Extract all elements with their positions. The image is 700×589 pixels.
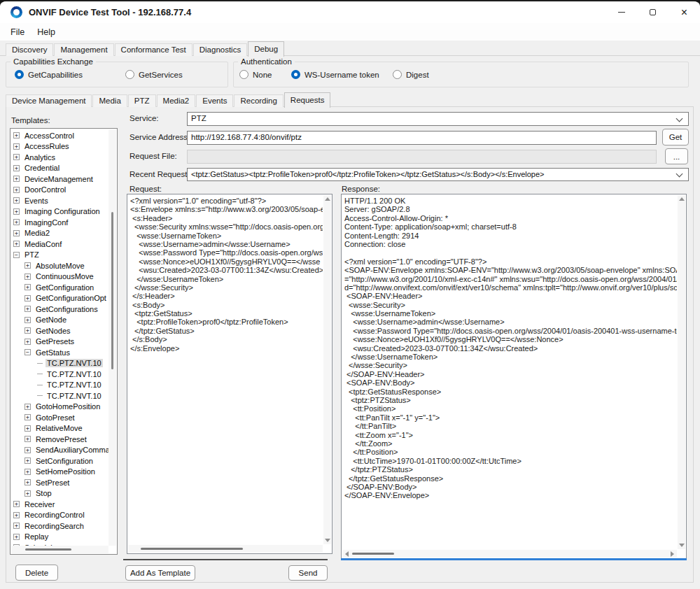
get-button[interactable]: Get <box>662 129 689 146</box>
expand-icon[interactable]: + <box>24 306 31 312</box>
collapse-icon[interactable]: − <box>13 252 20 258</box>
scroll-right-icon[interactable] <box>671 551 674 557</box>
expand-icon[interactable]: + <box>24 274 31 280</box>
response-horizontal-scrollbar[interactable] <box>342 550 677 558</box>
tree-item-getconfigurationopt[interactable]: +GetConfigurationOpt <box>10 293 108 304</box>
add-as-template-button[interactable]: Add As Template <box>125 565 195 581</box>
radio-getservices[interactable]: GetServices <box>125 70 183 79</box>
expand-icon[interactable]: + <box>13 154 20 160</box>
response-vertical-scrollbar[interactable] <box>678 195 685 549</box>
tree-horizontal-scrollbar[interactable] <box>11 546 108 553</box>
scroll-left-icon[interactable] <box>345 551 349 557</box>
tree-item-accesscontrol[interactable]: +AccessControl <box>10 130 108 141</box>
expand-icon[interactable]: + <box>13 143 20 150</box>
expand-icon[interactable]: + <box>13 230 20 236</box>
tree-item-ptz[interactable]: −PTZ <box>10 250 108 261</box>
service-address-input[interactable]: http://192.168.77.4:80/onvif/ptz <box>187 131 657 145</box>
tab-device-management[interactable]: Device Management <box>6 94 92 107</box>
radio-getcapabilities[interactable]: GetCapabilities <box>15 70 83 79</box>
tree-item-events[interactable]: +Events <box>10 195 108 206</box>
tab-conformance-test[interactable]: Conformance Test <box>115 43 192 56</box>
expand-icon[interactable]: + <box>13 219 20 225</box>
tree-item-analytics[interactable]: +Analytics <box>10 152 108 163</box>
expand-icon[interactable]: + <box>13 197 20 204</box>
tree-item-tc-ptz-nvt-10[interactable]: TC.PTZ.NVT.10 <box>10 358 108 369</box>
radio-icon[interactable] <box>291 70 300 79</box>
expand-icon[interactable]: + <box>24 262 31 269</box>
request-hscroll-thumb[interactable] <box>141 548 243 550</box>
tree-item-stop[interactable]: +Stop <box>10 488 108 499</box>
scroll-up-icon[interactable] <box>679 197 685 201</box>
tree-item-doorcontrol[interactable]: +DoorControl <box>10 185 108 196</box>
expand-icon[interactable]: + <box>24 425 31 432</box>
tab-media2[interactable]: Media2 <box>157 94 196 107</box>
tab-requests[interactable]: Requests <box>284 92 331 108</box>
tab-events[interactable]: Events <box>196 94 233 107</box>
recent-requests-select[interactable]: <tptz:GetStatus><tptz:ProfileToken>prof0… <box>187 168 689 181</box>
expand-icon[interactable]: + <box>24 295 31 301</box>
tree-item-devicemanagement[interactable]: +DeviceManagement <box>10 173 108 185</box>
expand-icon[interactable]: + <box>13 523 20 529</box>
browse-button[interactable]: ... <box>665 148 688 164</box>
expand-icon[interactable]: + <box>24 490 31 497</box>
tree-item-gotopreset[interactable]: +GotoPreset <box>10 412 108 423</box>
expand-icon[interactable]: + <box>13 132 20 139</box>
expand-icon[interactable]: + <box>24 327 31 334</box>
tree-item-mediaconf[interactable]: +MediaConf <box>10 239 108 250</box>
tree-item-recordingcontrol[interactable]: +RecordingControl <box>10 510 108 521</box>
tree-item-getconfigurations[interactable]: +GetConfigurations <box>10 304 108 315</box>
tree-item-getpresets[interactable]: +GetPresets <box>10 336 108 348</box>
expand-icon[interactable]: + <box>13 241 20 247</box>
expand-icon[interactable]: + <box>24 479 31 485</box>
tab-recording[interactable]: Recording <box>234 94 283 107</box>
tree-item-tc-ptz-nvt-10[interactable]: TC.PTZ.NVT.10 <box>10 369 108 380</box>
request-textarea[interactable]: <?xml version="1.0" encoding="utf-8"?><s… <box>127 194 332 554</box>
expand-icon[interactable]: + <box>13 512 20 518</box>
tree-item-sethomeposition[interactable]: +SetHomePosition <box>10 467 108 478</box>
tree-item-imaging-configuration[interactable]: +Imaging Configuration <box>10 206 108 218</box>
menu-help[interactable]: Help <box>31 25 62 39</box>
request-vertical-scrollbar[interactable] <box>323 195 331 544</box>
tree-item-imagingconf[interactable]: +ImagingConf <box>10 217 108 228</box>
tab-media[interactable]: Media <box>92 94 127 107</box>
tree-vscroll-thumb[interactable] <box>111 212 113 369</box>
tab-debug[interactable]: Debug <box>248 41 284 57</box>
expand-icon[interactable]: + <box>13 501 20 507</box>
tab-discovery[interactable]: Discovery <box>6 43 53 56</box>
tree-item-tc-ptz-nvt-10[interactable]: TC.PTZ.NVT.10 <box>10 380 108 391</box>
response-hscroll-thumb[interactable] <box>352 553 394 555</box>
tree-item-recordingsearch[interactable]: +RecordingSearch <box>10 520 108 532</box>
expand-icon[interactable]: + <box>13 165 20 171</box>
tree-vertical-scrollbar[interactable] <box>108 129 116 546</box>
tree-item-absolutemove[interactable]: +AbsoluteMove <box>10 260 108 271</box>
radio-none[interactable]: None <box>239 70 272 79</box>
close-button[interactable]: × <box>668 1 700 23</box>
expand-icon[interactable]: + <box>24 317 31 323</box>
tab-management[interactable]: Management <box>54 43 113 56</box>
expand-icon[interactable]: + <box>13 187 20 193</box>
tree-item-gotohomeposition[interactable]: +GotoHomePosition <box>10 402 108 413</box>
menu-file[interactable]: File <box>4 25 31 39</box>
tree-item-continuousmove[interactable]: +ContinuousMove <box>10 271 108 283</box>
send-button[interactable]: Send <box>288 565 328 581</box>
tree-item-getstatus[interactable]: −GetStatus <box>10 347 108 358</box>
tree-item-removepreset[interactable]: +RemovePreset <box>10 434 108 445</box>
tab-ptz[interactable]: PTZ <box>128 94 156 107</box>
tree-item-sendauxiliarycomma[interactable]: +SendAuxiliaryComma <box>10 445 108 456</box>
expand-icon[interactable]: + <box>13 176 20 182</box>
radio-icon[interactable] <box>15 70 24 79</box>
tree-item-replay[interactable]: +Replay <box>10 532 108 543</box>
scroll-down-icon[interactable] <box>325 539 330 542</box>
expand-icon[interactable]: + <box>13 208 20 215</box>
tree-item-credential[interactable]: +Credential <box>10 163 108 174</box>
expand-icon[interactable]: + <box>24 469 31 475</box>
request-file-input[interactable] <box>187 150 657 164</box>
tree-item-setconfiguration[interactable]: +SetConfiguration <box>10 455 108 467</box>
expand-icon[interactable]: + <box>24 404 31 410</box>
tree-item-getnode[interactable]: +GetNode <box>10 315 108 326</box>
maximize-button[interactable] <box>637 1 668 23</box>
tree-item-receiver[interactable]: +Receiver <box>10 499 108 510</box>
tree-hscroll-thumb[interactable] <box>25 548 71 551</box>
expand-icon[interactable]: + <box>24 284 31 290</box>
expand-icon[interactable]: + <box>24 436 31 442</box>
